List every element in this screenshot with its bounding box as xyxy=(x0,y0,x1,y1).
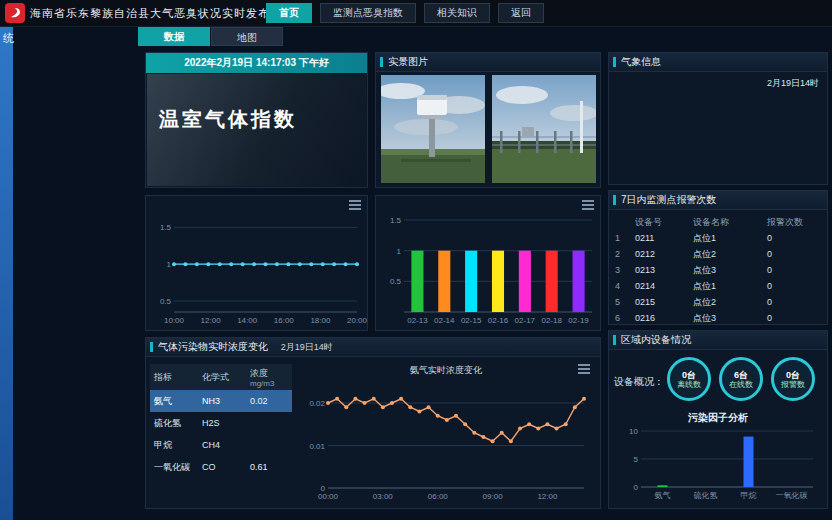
chart-toolbox-menu-icon[interactable] xyxy=(582,200,594,210)
gas-panel-title: 气体污染物实时浓度变化 xyxy=(158,341,268,352)
svg-text:10:00: 10:00 xyxy=(164,316,185,325)
weather-panel-title: 气象信息 xyxy=(621,56,661,67)
gas-col-value: 浓度 mg/m3 xyxy=(246,367,292,388)
gas-row-co[interactable]: 一氧化碳 CO 0.61 xyxy=(150,456,292,478)
alarm-panel-header: 7日内监测点报警次数 xyxy=(609,191,827,210)
alarm-row-name: 点位1 xyxy=(693,278,767,294)
alarm-row-count: 0 xyxy=(767,278,823,294)
alarm-row-idx: 5 xyxy=(615,294,635,310)
offline-count-ring: 0台 离线数 xyxy=(667,357,711,401)
app-title: 海南省乐东黎族自治县大气恶臭状况实时发布系统 xyxy=(30,6,294,21)
svg-text:14:00: 14:00 xyxy=(237,316,258,325)
weather-panel-header: 气象信息 xyxy=(609,53,827,72)
app-logo-icon xyxy=(5,3,25,23)
header-accent xyxy=(613,195,616,205)
nh3-chart-title: 氨气实时浓度变化 xyxy=(296,364,596,377)
alarm-count-value: 0台 xyxy=(786,370,800,380)
svg-text:02-18: 02-18 xyxy=(541,316,562,325)
alarm-row-device: 0216 xyxy=(635,310,693,326)
svg-text:02-15: 02-15 xyxy=(461,316,482,325)
alarm-col-blank xyxy=(615,214,635,230)
alarm-row-device: 0214 xyxy=(635,278,693,294)
gas-row-nh3[interactable]: 氨气 NH3 0.02 xyxy=(150,390,292,412)
svg-text:10: 10 xyxy=(629,427,638,436)
alarm-row-device: 0213 xyxy=(635,262,693,278)
alarm-row-count: 0 xyxy=(767,294,823,310)
header-accent xyxy=(380,57,383,67)
index-line-chart: 0.511.510:0012:0014:0016:0018:0020:00 xyxy=(146,210,367,328)
svg-text:02-17: 02-17 xyxy=(515,316,536,325)
gas-table: 指标 化学式 浓度 mg/m3 氨气 NH3 0.02 硫化氢 H2S 甲烷 C… xyxy=(150,364,292,478)
svg-text:1: 1 xyxy=(397,247,402,256)
gas-name: 氨气 xyxy=(150,395,198,408)
nav-odor-index-button[interactable]: 监测点恶臭指数 xyxy=(320,3,416,23)
weather-panel: 气象信息 2月19日14时 xyxy=(608,52,828,185)
chart-toolbox-menu-icon[interactable] xyxy=(349,200,361,210)
alarm-col-count: 报警次数 xyxy=(767,214,823,230)
alarm-row-name: 点位1 xyxy=(693,230,767,246)
alarm-row-idx: 4 xyxy=(615,278,635,294)
index-line-panel: 0.511.510:0012:0014:0016:0018:0020:00 xyxy=(145,195,368,331)
alarm-row-idx: 1 xyxy=(615,230,635,246)
factor-analysis-title: 污染因子分析 xyxy=(609,411,827,425)
alarm-count-ring: 0台 报警数 xyxy=(771,357,815,401)
gas-panel-date: 2月19日14时 xyxy=(281,342,333,352)
gas-row-h2s[interactable]: 硫化氢 H2S xyxy=(150,412,292,434)
svg-text:0.5: 0.5 xyxy=(160,297,172,306)
nav-home-button[interactable]: 首页 xyxy=(266,3,312,23)
gas-name: 甲烷 xyxy=(150,439,198,452)
alarm-panel: 7日内监测点报警次数 设备号 设备名称 报警次数 1 0211 点位1 0 2 … xyxy=(608,190,828,325)
svg-text:16:00: 16:00 xyxy=(274,316,295,325)
svg-text:5: 5 xyxy=(634,455,639,464)
nav-knowledge-button[interactable]: 相关知识 xyxy=(424,3,490,23)
alarm-row-idx: 3 xyxy=(615,262,635,278)
chart-toolbox-menu-icon[interactable] xyxy=(578,364,590,374)
factor-bar-chart: 0510氨气硫化氢甲烷一氧化碳 xyxy=(617,425,819,501)
gas-name: 硫化氢 xyxy=(150,417,198,430)
devices-panel: 区域内设备情况 设备概况： 0台 离线数 6台 在线数 0台 报警数 污染因子分… xyxy=(608,330,828,509)
header-accent xyxy=(150,342,153,352)
gas-formula: H2S xyxy=(198,418,246,428)
devices-panel-title: 区域内设备情况 xyxy=(621,334,691,345)
gas-table-header: 指标 化学式 浓度 mg/m3 xyxy=(150,364,292,390)
alarm-row-count: 0 xyxy=(767,262,823,278)
gas-panel: 气体污染物实时浓度变化 2月19日14时 指标 化学式 浓度 mg/m3 氨气 … xyxy=(145,337,601,509)
weather-date: 2月19日14时 xyxy=(767,77,819,90)
online-count-ring: 6台 在线数 xyxy=(719,357,763,401)
main-nav: 首页 监测点恶臭指数 相关知识 返回 xyxy=(266,3,544,23)
svg-text:20:00: 20:00 xyxy=(347,316,367,325)
svg-text:0.02: 0.02 xyxy=(309,399,325,408)
devices-panel-header: 区域内设备情况 xyxy=(609,331,827,350)
nav-back-button[interactable]: 返回 xyxy=(498,3,544,23)
svg-text:02-19: 02-19 xyxy=(568,316,589,325)
svg-text:一氧化碳: 一氧化碳 xyxy=(776,491,808,500)
photos-panel-header: 实景图片 xyxy=(376,53,600,72)
online-count-value: 6台 xyxy=(734,370,748,380)
svg-text:0.01: 0.01 xyxy=(309,442,325,451)
nh3-line-chart: 00.010.0200:0003:0006:0009:0012:00 xyxy=(298,378,594,504)
svg-text:0.5: 0.5 xyxy=(390,277,402,286)
svg-text:氨气: 氨气 xyxy=(655,491,671,500)
tab-data[interactable]: 数据 xyxy=(138,27,210,46)
gas-row-ch4[interactable]: 甲烷 CH4 xyxy=(150,434,292,456)
offline-count-value: 0台 xyxy=(682,370,696,380)
site-photo-2 xyxy=(492,75,596,183)
gas-name: 一氧化碳 xyxy=(150,461,198,474)
greenhouse-index-title: 温室气体指数 xyxy=(159,106,297,133)
alarm-row-count: 0 xyxy=(767,310,823,326)
alarm-row-count: 0 xyxy=(767,246,823,262)
top-bar: 海南省乐东黎族自治县大气恶臭状况实时发布系统 首页 监测点恶臭指数 相关知识 返… xyxy=(0,0,832,27)
header-accent xyxy=(613,335,616,345)
svg-text:18:00: 18:00 xyxy=(310,316,331,325)
svg-text:09:00: 09:00 xyxy=(483,492,504,501)
clock-panel: 2022年2月19日 14:17:03 下午好 温室气体指数 xyxy=(145,52,368,188)
alarm-count-label: 报警数 xyxy=(781,380,805,389)
svg-text:12:00: 12:00 xyxy=(201,316,222,325)
alarm-row-name: 点位3 xyxy=(693,310,767,326)
photos-panel: 实景图片 xyxy=(375,52,601,188)
device-rings: 0台 离线数 6台 在线数 0台 报警数 xyxy=(667,357,815,401)
svg-text:12:00: 12:00 xyxy=(537,492,558,501)
alarm-row-name: 点位2 xyxy=(693,294,767,310)
device-overview-label: 设备概况： xyxy=(614,375,664,389)
tab-map[interactable]: 地图 xyxy=(211,27,283,46)
